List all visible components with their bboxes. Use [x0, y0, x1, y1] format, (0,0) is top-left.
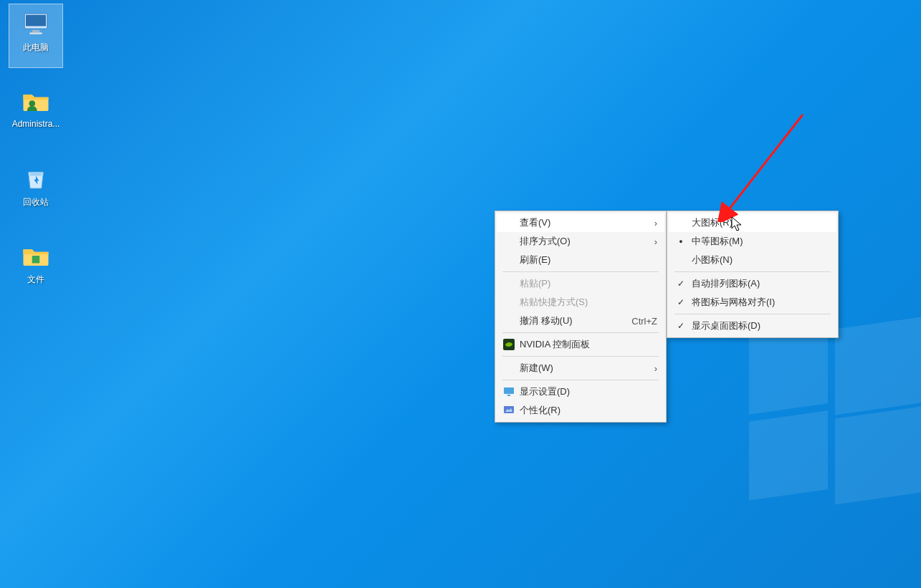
svg-rect-9	[504, 406, 514, 413]
svg-rect-1	[26, 15, 46, 26]
desktop-icon-label: 此电脑	[23, 42, 49, 54]
svg-rect-5	[32, 256, 40, 264]
submenu-item-medium-icons[interactable]: 中等图标(M)	[669, 232, 836, 251]
menu-separator	[502, 380, 659, 380]
check-icon	[673, 297, 689, 307]
svg-line-10	[727, 115, 803, 211]
submenu-item-small-icons[interactable]: 小图标(N)	[669, 251, 836, 269]
check-icon	[673, 321, 689, 331]
desktop-icons-column: 此电脑 Administra... 回收站	[9, 4, 66, 313]
menu-item-label: 大图标(R)	[689, 216, 829, 229]
menu-item-label: 将图标与网格对齐(I)	[689, 296, 829, 309]
menu-item-paste: 粘贴(P)	[497, 274, 664, 293]
svg-rect-8	[507, 395, 510, 396]
menu-item-label: 自动排列图标(A)	[689, 277, 829, 290]
user-folder-icon	[21, 86, 51, 116]
desktop-icon-recycle-bin[interactable]: 回收站	[9, 158, 63, 223]
submenu-item-large-icons[interactable]: 大图标(R)	[669, 213, 836, 232]
chevron-right-icon: ›	[649, 363, 657, 374]
desktop-icon-folder[interactable]: 文件	[9, 236, 63, 300]
nvidia-icon	[501, 339, 517, 350]
menu-item-label: 排序方式(O)	[517, 235, 649, 248]
check-icon	[673, 279, 689, 289]
radio-dot-icon	[673, 238, 689, 245]
annotation-arrow	[717, 107, 817, 222]
folder-icon	[21, 241, 51, 271]
desktop-icon-label: 文件	[27, 274, 44, 286]
menu-separator	[674, 271, 831, 272]
menu-separator	[502, 332, 659, 333]
chevron-right-icon: ›	[649, 218, 657, 228]
menu-item-label: NVIDIA 控制面板	[517, 338, 657, 351]
menu-item-personalize[interactable]: 个性化(R)	[497, 401, 664, 420]
monitor-icon	[21, 9, 51, 39]
menu-item-label: 中等图标(M)	[689, 235, 829, 248]
view-submenu: 大图标(R) 中等图标(M) 小图标(N) 自动排列图标(A) 将图标与网格对齐…	[667, 211, 839, 338]
personalize-icon	[501, 405, 517, 416]
chevron-right-icon: ›	[649, 236, 657, 247]
display-settings-icon	[501, 386, 517, 397]
menu-item-display-settings[interactable]: 显示设置(D)	[497, 382, 664, 401]
recycle-bin-icon	[21, 163, 51, 193]
menu-item-sort[interactable]: 排序方式(O) ›	[497, 232, 664, 251]
submenu-item-auto-arrange[interactable]: 自动排列图标(A)	[669, 274, 836, 293]
svg-rect-7	[504, 387, 514, 394]
menu-separator	[502, 356, 659, 357]
desktop-context-menu: 查看(V) › 排序方式(O) › 刷新(E) 粘贴(P) 粘贴快捷方式(S) …	[495, 211, 667, 423]
menu-item-shortcut: Ctrl+Z	[617, 316, 657, 327]
desktop-icon-user-home[interactable]: Administra...	[9, 81, 63, 145]
menu-separator	[674, 314, 831, 314]
menu-item-label: 刷新(E)	[517, 254, 657, 266]
svg-rect-2	[32, 30, 40, 33]
windows-logo-watermark	[749, 330, 921, 502]
desktop-icon-label: 回收站	[23, 196, 49, 208]
desktop-icon-label: Administra...	[12, 119, 60, 129]
menu-separator	[502, 271, 659, 272]
svg-rect-3	[29, 32, 42, 34]
submenu-item-align-grid[interactable]: 将图标与网格对齐(I)	[669, 293, 836, 312]
menu-item-new[interactable]: 新建(W) ›	[497, 359, 664, 377]
menu-item-label: 显示设置(D)	[517, 385, 657, 398]
submenu-item-show-desktop-icons[interactable]: 显示桌面图标(D)	[669, 317, 836, 335]
menu-item-view[interactable]: 查看(V) ›	[497, 213, 664, 232]
menu-item-undo[interactable]: 撤消 移动(U) Ctrl+Z	[497, 312, 664, 330]
menu-item-label: 粘贴快捷方式(S)	[517, 296, 657, 309]
menu-item-label: 查看(V)	[517, 216, 649, 229]
menu-item-label: 显示桌面图标(D)	[689, 319, 829, 332]
menu-item-label: 撤消 移动(U)	[517, 314, 617, 327]
menu-item-refresh[interactable]: 刷新(E)	[497, 251, 664, 269]
menu-item-label: 新建(W)	[517, 362, 649, 375]
desktop-icon-this-pc[interactable]: 此电脑	[9, 4, 63, 68]
menu-item-label: 小图标(N)	[689, 254, 829, 266]
menu-item-label: 粘贴(P)	[517, 277, 657, 290]
svg-point-4	[29, 100, 35, 107]
menu-item-paste-shortcut: 粘贴快捷方式(S)	[497, 293, 664, 312]
menu-item-nvidia[interactable]: NVIDIA 控制面板	[497, 335, 664, 354]
menu-item-label: 个性化(R)	[517, 404, 657, 417]
